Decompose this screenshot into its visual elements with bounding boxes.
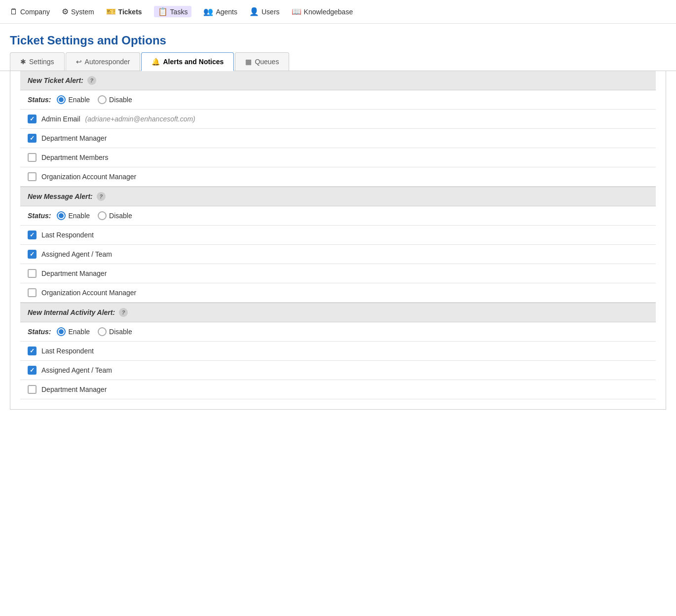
- tab-queues[interactable]: ▦Queues: [235, 52, 289, 71]
- checkbox-dept-manager-1[interactable]: [28, 134, 37, 143]
- enable-radio-btn-new-message-alert[interactable]: [57, 211, 66, 220]
- system-icon: ⚙: [62, 7, 69, 16]
- checkbox-row-admin-email: Admin Email (adriane+admin@enhancesoft.c…: [20, 110, 656, 129]
- status-row-new-message-alert: Status:EnableDisable: [20, 206, 656, 226]
- nav-label-agents: Agents: [216, 8, 237, 16]
- disable-radio-new-message-alert[interactable]: Disable: [98, 211, 132, 220]
- checkbox-org-account-manager-1[interactable]: [28, 172, 37, 181]
- section-header-new-message-alert: New Message Alert:?: [20, 187, 656, 206]
- autoresponder-tab-icon: ↩: [76, 58, 82, 66]
- nav-item-company[interactable]: 🗒Company: [10, 5, 50, 18]
- nav-item-tasks[interactable]: 📋Tasks: [154, 6, 192, 17]
- enable-radio-btn-new-internal-activity-alert[interactable]: [57, 327, 66, 336]
- tickets-icon: 🎫: [106, 7, 116, 16]
- nav-item-agents[interactable]: 👥Agents: [203, 5, 237, 18]
- tab-autoresponder[interactable]: ↩Autoresponder: [66, 52, 141, 71]
- tab-settings[interactable]: ✱Settings: [10, 52, 65, 71]
- enable-radio-btn-new-ticket-alert[interactable]: [57, 95, 66, 104]
- status-label-new-message-alert: Status:: [28, 212, 51, 220]
- checkbox-row-dept-members: Department Members: [20, 148, 656, 167]
- help-icon-new-ticket-alert[interactable]: ?: [87, 76, 96, 85]
- disable-label-new-ticket-alert: Disable: [109, 96, 132, 104]
- section-header-new-ticket-alert: New Ticket Alert:?: [20, 71, 656, 90]
- main-content: New Ticket Alert:?Status:EnableDisableAd…: [10, 71, 666, 410]
- section-new-message-alert: New Message Alert:?Status:EnableDisableL…: [20, 187, 656, 303]
- checkbox-dept-manager-2[interactable]: [28, 269, 37, 278]
- page-title: Ticket Settings and Options: [10, 34, 666, 47]
- tab-label-autoresponder: Autoresponder: [85, 58, 130, 66]
- section-new-ticket-alert: New Ticket Alert:?Status:EnableDisableAd…: [20, 71, 656, 187]
- company-icon: 🗒: [10, 7, 18, 16]
- checkbox-admin-email[interactable]: [28, 115, 37, 123]
- enable-label-new-ticket-alert: Enable: [68, 96, 90, 104]
- help-icon-new-message-alert[interactable]: ?: [97, 192, 106, 201]
- tab-label-settings: Settings: [29, 58, 54, 66]
- checkbox-label-org-account-manager-1: Organization Account Manager: [41, 173, 136, 181]
- settings-tab-icon: ✱: [20, 58, 26, 66]
- checkbox-label-dept-members: Department Members: [41, 154, 108, 161]
- nav-item-users[interactable]: 👤Users: [249, 5, 280, 18]
- checkbox-org-account-manager-2[interactable]: [28, 288, 37, 297]
- nav-label-tickets: Tickets: [118, 8, 142, 16]
- disable-label-new-message-alert: Disable: [109, 212, 132, 220]
- disable-radio-new-internal-activity-alert[interactable]: Disable: [98, 327, 132, 336]
- nav-label-knowledgebase: Knowledgebase: [304, 8, 353, 16]
- enable-radio-new-message-alert[interactable]: Enable: [57, 211, 90, 220]
- disable-label-new-internal-activity-alert: Disable: [109, 328, 132, 336]
- section-title-new-message-alert: New Message Alert:: [28, 192, 93, 200]
- section-header-new-internal-activity-alert: New Internal Activity Alert:?: [20, 303, 656, 322]
- tab-label-alerts: Alerts and Notices: [163, 58, 224, 66]
- nav-item-system[interactable]: ⚙System: [62, 5, 94, 18]
- nav-label-company: Company: [20, 8, 50, 16]
- alerts-tab-icon: 🔔: [151, 58, 160, 66]
- checkbox-label-assigned-agent-team-2: Assigned Agent / Team: [41, 366, 112, 374]
- checkbox-assigned-agent-team-2[interactable]: [28, 366, 37, 375]
- queues-tab-icon: ▦: [245, 58, 252, 66]
- checkbox-last-respondent-1[interactable]: [28, 231, 37, 239]
- checkbox-dept-members[interactable]: [28, 153, 37, 162]
- tasks-icon: 📋: [158, 7, 168, 16]
- checkbox-row-last-respondent-1: Last Respondent: [20, 226, 656, 245]
- checkbox-label-dept-manager-3: Department Manager: [41, 385, 107, 393]
- enable-label-new-message-alert: Enable: [68, 212, 90, 220]
- checkbox-label-dept-manager-1: Department Manager: [41, 134, 107, 142]
- tabs-container: ✱Settings↩Autoresponder🔔Alerts and Notic…: [0, 52, 676, 71]
- enable-radio-new-internal-activity-alert[interactable]: Enable: [57, 327, 90, 336]
- checkbox-label-last-respondent-2: Last Respondent: [41, 347, 94, 355]
- nav-item-tickets[interactable]: 🎫Tickets: [106, 5, 142, 18]
- tab-alerts[interactable]: 🔔Alerts and Notices: [141, 52, 234, 71]
- checkbox-last-respondent-2[interactable]: [28, 346, 37, 355]
- section-title-new-internal-activity-alert: New Internal Activity Alert:: [28, 308, 115, 316]
- disable-radio-new-ticket-alert[interactable]: Disable: [98, 95, 132, 104]
- checkbox-dept-manager-3[interactable]: [28, 385, 37, 394]
- enable-label-new-internal-activity-alert: Enable: [68, 328, 90, 336]
- nav-item-knowledgebase[interactable]: 📖Knowledgebase: [292, 5, 353, 18]
- disable-radio-btn-new-ticket-alert[interactable]: [98, 95, 107, 104]
- checkbox-row-org-account-manager-1: Organization Account Manager: [20, 167, 656, 187]
- checkbox-label-last-respondent-1: Last Respondent: [41, 231, 94, 239]
- checkbox-label-org-account-manager-2: Organization Account Manager: [41, 289, 136, 297]
- status-label-new-internal-activity-alert: Status:: [28, 328, 51, 336]
- disable-radio-btn-new-message-alert[interactable]: [98, 211, 107, 220]
- status-row-new-internal-activity-alert: Status:EnableDisable: [20, 322, 656, 342]
- status-row-new-ticket-alert: Status:EnableDisable: [20, 90, 656, 110]
- checkbox-hint-admin-email: (adriane+admin@enhancesoft.com): [85, 115, 195, 123]
- checkbox-row-assigned-agent-team-1: Assigned Agent / Team: [20, 245, 656, 264]
- disable-radio-btn-new-internal-activity-alert[interactable]: [98, 327, 107, 336]
- checkbox-row-assigned-agent-team-2: Assigned Agent / Team: [20, 361, 656, 380]
- checkbox-label-admin-email: Admin Email: [41, 115, 80, 123]
- checkbox-row-dept-manager-3: Department Manager: [20, 380, 656, 399]
- enable-radio-new-ticket-alert[interactable]: Enable: [57, 95, 90, 104]
- page-header: Ticket Settings and Options: [0, 24, 676, 52]
- nav-label-system: System: [71, 8, 94, 16]
- help-icon-new-internal-activity-alert[interactable]: ?: [119, 308, 128, 317]
- nav-label-users: Users: [262, 8, 280, 16]
- checkbox-row-last-respondent-2: Last Respondent: [20, 342, 656, 361]
- status-label-new-ticket-alert: Status:: [28, 96, 51, 104]
- nav-label-tasks: Tasks: [170, 8, 188, 16]
- checkbox-row-dept-manager-1: Department Manager: [20, 129, 656, 148]
- checkbox-assigned-agent-team-1[interactable]: [28, 250, 37, 259]
- checkbox-label-dept-manager-2: Department Manager: [41, 270, 107, 277]
- section-title-new-ticket-alert: New Ticket Alert:: [28, 77, 83, 84]
- top-nav: 🗒Company⚙System🎫Tickets📋Tasks👥Agents👤Use…: [0, 0, 676, 24]
